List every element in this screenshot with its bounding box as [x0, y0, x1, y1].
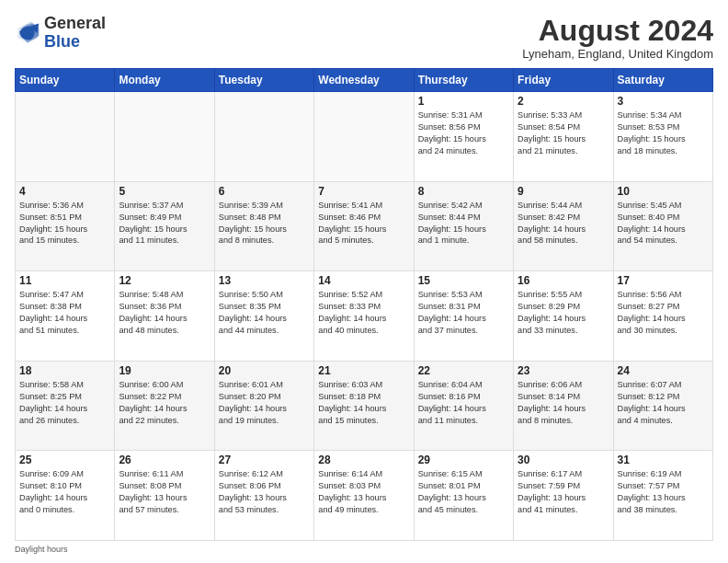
table-row: 12Sunrise: 5:48 AM Sunset: 8:36 PM Dayli… — [115, 271, 214, 362]
table-row: 24Sunrise: 6:07 AM Sunset: 8:12 PM Dayli… — [613, 361, 712, 451]
table-row: 23Sunrise: 6:06 AM Sunset: 8:14 PM Dayli… — [514, 361, 613, 451]
col-sunday: Sunday — [16, 69, 115, 92]
table-row: 3Sunrise: 5:34 AM Sunset: 8:53 PM Daylig… — [613, 92, 712, 182]
day-info: Sunrise: 5:39 AM Sunset: 8:48 PM Dayligh… — [219, 200, 310, 247]
table-row: 8Sunrise: 5:42 AM Sunset: 8:44 PM Daylig… — [414, 181, 513, 271]
table-row: 28Sunrise: 6:14 AM Sunset: 8:03 PM Dayli… — [314, 451, 414, 541]
day-info: Sunrise: 6:09 AM Sunset: 8:10 PM Dayligh… — [19, 468, 110, 516]
day-number: 11 — [19, 274, 110, 287]
table-row: 31Sunrise: 6:19 AM Sunset: 7:57 PM Dayli… — [613, 451, 712, 541]
day-number: 5 — [119, 185, 210, 198]
table-row: 21Sunrise: 6:03 AM Sunset: 8:18 PM Dayli… — [314, 361, 414, 451]
logo: General Blue — [15, 15, 106, 52]
table-row: 15Sunrise: 5:53 AM Sunset: 8:31 PM Dayli… — [414, 271, 513, 362]
footer-note: Daylight hours — [15, 545, 713, 554]
week-row-1: 1Sunrise: 5:31 AM Sunset: 8:56 PM Daylig… — [16, 92, 713, 182]
day-number: 9 — [518, 185, 609, 198]
day-info: Sunrise: 5:34 AM Sunset: 8:53 PM Dayligh… — [618, 109, 709, 157]
table-row: 27Sunrise: 6:12 AM Sunset: 8:06 PM Dayli… — [214, 451, 313, 541]
week-row-5: 25Sunrise: 6:09 AM Sunset: 8:10 PM Dayli… — [16, 451, 713, 541]
day-info: Sunrise: 5:48 AM Sunset: 8:36 PM Dayligh… — [119, 289, 210, 337]
col-wednesday: Wednesday — [314, 69, 414, 92]
day-number: 18 — [19, 364, 110, 377]
day-info: Sunrise: 5:55 AM Sunset: 8:29 PM Dayligh… — [518, 289, 609, 337]
day-number: 3 — [618, 95, 709, 108]
day-info: Sunrise: 6:19 AM Sunset: 7:57 PM Dayligh… — [618, 468, 709, 516]
day-info: Sunrise: 6:00 AM Sunset: 8:22 PM Dayligh… — [119, 379, 210, 427]
table-row: 26Sunrise: 6:11 AM Sunset: 8:08 PM Dayli… — [115, 451, 214, 541]
day-number: 22 — [418, 364, 509, 377]
location: Lyneham, England, United Kingdom — [522, 47, 713, 61]
col-monday: Monday — [115, 69, 214, 92]
col-friday: Friday — [514, 69, 613, 92]
day-number: 20 — [219, 364, 310, 377]
day-info: Sunrise: 5:56 AM Sunset: 8:27 PM Dayligh… — [618, 289, 709, 337]
day-number: 2 — [518, 95, 609, 108]
table-row: 13Sunrise: 5:50 AM Sunset: 8:35 PM Dayli… — [214, 271, 313, 362]
table-row: 22Sunrise: 6:04 AM Sunset: 8:16 PM Dayli… — [414, 361, 513, 451]
table-row — [16, 92, 115, 182]
week-row-3: 11Sunrise: 5:47 AM Sunset: 8:38 PM Dayli… — [16, 271, 713, 362]
day-number: 8 — [418, 185, 509, 198]
day-number: 13 — [219, 274, 310, 287]
day-number: 24 — [618, 364, 709, 377]
table-row: 10Sunrise: 5:45 AM Sunset: 8:40 PM Dayli… — [613, 181, 712, 271]
day-number: 27 — [219, 454, 310, 466]
day-info: Sunrise: 5:58 AM Sunset: 8:25 PM Dayligh… — [19, 379, 110, 427]
week-row-4: 18Sunrise: 5:58 AM Sunset: 8:25 PM Dayli… — [16, 361, 713, 451]
table-row: 17Sunrise: 5:56 AM Sunset: 8:27 PM Dayli… — [613, 271, 712, 362]
day-info: Sunrise: 6:12 AM Sunset: 8:06 PM Dayligh… — [219, 468, 310, 516]
day-info: Sunrise: 5:41 AM Sunset: 8:46 PM Dayligh… — [318, 200, 409, 247]
day-info: Sunrise: 5:53 AM Sunset: 8:31 PM Dayligh… — [418, 289, 509, 337]
day-info: Sunrise: 5:52 AM Sunset: 8:33 PM Dayligh… — [318, 289, 409, 337]
day-number: 7 — [318, 185, 409, 198]
col-saturday: Saturday — [613, 69, 712, 92]
day-number: 10 — [618, 185, 709, 198]
table-row: 25Sunrise: 6:09 AM Sunset: 8:10 PM Dayli… — [16, 451, 115, 541]
day-number: 23 — [518, 364, 609, 377]
day-number: 30 — [518, 454, 609, 466]
table-row — [214, 92, 313, 182]
day-number: 26 — [119, 454, 210, 466]
table-row: 14Sunrise: 5:52 AM Sunset: 8:33 PM Dayli… — [314, 271, 414, 362]
calendar-table: Sunday Monday Tuesday Wednesday Thursday… — [15, 68, 713, 541]
logo-general: General — [44, 14, 106, 32]
day-info: Sunrise: 5:31 AM Sunset: 8:56 PM Dayligh… — [418, 109, 509, 157]
day-info: Sunrise: 6:04 AM Sunset: 8:16 PM Dayligh… — [418, 379, 509, 427]
logo-blue: Blue — [44, 32, 80, 51]
logo-icon — [15, 20, 40, 46]
table-row: 7Sunrise: 5:41 AM Sunset: 8:46 PM Daylig… — [314, 181, 414, 271]
table-row: 16Sunrise: 5:55 AM Sunset: 8:29 PM Dayli… — [514, 271, 613, 362]
day-number: 21 — [318, 364, 409, 377]
table-row: 2Sunrise: 5:33 AM Sunset: 8:54 PM Daylig… — [514, 92, 613, 182]
day-number: 15 — [418, 274, 509, 287]
day-number: 28 — [318, 454, 409, 466]
day-number: 4 — [19, 185, 110, 198]
day-info: Sunrise: 5:37 AM Sunset: 8:49 PM Dayligh… — [119, 200, 210, 247]
day-info: Sunrise: 6:15 AM Sunset: 8:01 PM Dayligh… — [418, 468, 509, 516]
day-info: Sunrise: 5:50 AM Sunset: 8:35 PM Dayligh… — [219, 289, 310, 337]
day-info: Sunrise: 5:36 AM Sunset: 8:51 PM Dayligh… — [19, 200, 110, 247]
day-number: 1 — [418, 95, 509, 108]
day-number: 25 — [19, 454, 110, 466]
table-row: 20Sunrise: 6:01 AM Sunset: 8:20 PM Dayli… — [214, 361, 313, 451]
table-row: 29Sunrise: 6:15 AM Sunset: 8:01 PM Dayli… — [414, 451, 513, 541]
col-thursday: Thursday — [414, 69, 513, 92]
day-number: 17 — [618, 274, 709, 287]
day-info: Sunrise: 6:11 AM Sunset: 8:08 PM Dayligh… — [119, 468, 210, 516]
day-info: Sunrise: 6:17 AM Sunset: 7:59 PM Dayligh… — [518, 468, 609, 516]
table-row: 4Sunrise: 5:36 AM Sunset: 8:51 PM Daylig… — [16, 181, 115, 271]
day-number: 6 — [219, 185, 310, 198]
week-row-2: 4Sunrise: 5:36 AM Sunset: 8:51 PM Daylig… — [16, 181, 713, 271]
title-block: August 2024 Lyneham, England, United Kin… — [522, 15, 713, 61]
table-row: 30Sunrise: 6:17 AM Sunset: 7:59 PM Dayli… — [514, 451, 613, 541]
table-row — [314, 92, 414, 182]
header: General Blue August 2024 Lyneham, Englan… — [15, 15, 713, 61]
day-number: 31 — [618, 454, 709, 466]
day-number: 12 — [119, 274, 210, 287]
month-title: August 2024 — [522, 15, 713, 47]
page: General Blue August 2024 Lyneham, Englan… — [0, 0, 728, 563]
day-info: Sunrise: 6:03 AM Sunset: 8:18 PM Dayligh… — [318, 379, 409, 427]
table-row: 6Sunrise: 5:39 AM Sunset: 8:48 PM Daylig… — [214, 181, 313, 271]
table-row: 11Sunrise: 5:47 AM Sunset: 8:38 PM Dayli… — [16, 271, 115, 362]
